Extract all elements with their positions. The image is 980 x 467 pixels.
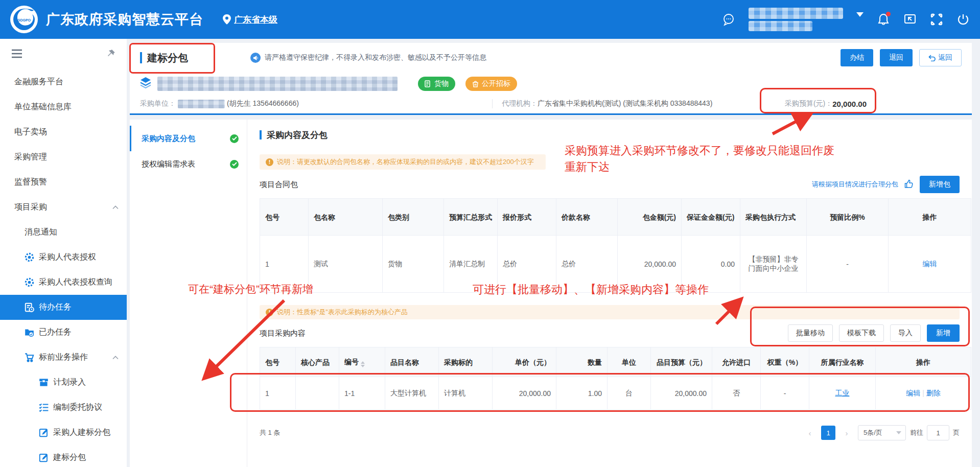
fullscreen-icon[interactable] — [930, 13, 943, 26]
pin-sidebar-icon[interactable] — [106, 49, 115, 60]
page-header-card: 建标分包 请严格遵守保密纪律，不得录入和发布涉密、敏感以及不予公开等信息 办结 … — [130, 43, 972, 115]
next-page-button[interactable]: › — [839, 426, 854, 440]
sidebar-item-plan-entry[interactable]: 计划录入 — [0, 370, 127, 395]
page-title: 建标分包 — [140, 51, 188, 65]
delete-item-link[interactable]: 删除 — [926, 389, 941, 397]
top-header-bar: GDGPO 广东政府采购智慧云平台 广东省本级 — [0, 0, 980, 39]
location-pin-icon — [223, 14, 231, 25]
reject-button[interactable]: 退回 — [880, 49, 913, 66]
sidebar-item-done-tasks[interactable]: 已办任务 — [0, 320, 127, 345]
current-page-button[interactable]: 1 — [821, 426, 835, 440]
tab-procurement-content[interactable]: 采购内容及分包 — [130, 126, 247, 151]
budget-label: 采购预算(元)： — [785, 99, 832, 108]
secrecy-notice: 请严格遵守保密纪律，不得录入和发布涉密、敏感以及不予公开等信息 — [250, 53, 486, 63]
page-size-select[interactable]: 5条/页 — [858, 425, 906, 440]
screen-share-icon[interactable] — [903, 13, 917, 26]
tab-panel: 采购内容及分包 ! 说明：请更改默认的合同包名称，名称应体现采购的目的或内容，建… — [247, 120, 972, 467]
industry-link[interactable]: 工业 — [835, 389, 850, 397]
check-circle-icon — [230, 134, 239, 143]
thumbs-up-icon — [904, 179, 914, 190]
region-name: 广东省本级 — [234, 14, 277, 26]
batch-move-button[interactable]: 批量移动 — [788, 324, 833, 342]
user-menu-caret-icon[interactable] — [856, 12, 864, 17]
cart-icon — [25, 353, 34, 362]
region-selector[interactable]: 广东省本级 — [223, 14, 277, 26]
check-circle-icon — [230, 160, 239, 169]
contract-package-title: 项目合同包 — [260, 180, 298, 190]
purchaser-name-redacted — [178, 100, 225, 108]
sidebar-item-e-marketplace[interactable]: 电子卖场 — [0, 120, 127, 145]
table-row: 1 1-1 大型计算机 计算机 20,000.00 1.00 台 20,000.… — [260, 377, 971, 410]
goods-doc-icon — [425, 80, 431, 87]
sidebar-item-bid-split[interactable]: 建标分包 — [0, 445, 127, 467]
core-product-note: ! 说明：性质标“是”表示此采购标的为核心产品 — [260, 305, 960, 319]
sort-icon[interactable] — [361, 361, 365, 367]
sidebar-item-supervision-warning[interactable]: 监督预警 — [0, 170, 127, 195]
add-package-button[interactable]: 新增包 — [920, 176, 960, 193]
logout-power-icon[interactable] — [956, 13, 970, 26]
prev-page-button[interactable]: ‹ — [803, 426, 817, 440]
agency-value: 广东省集中采购机构(测试) (测试集采机构 0338488443) — [538, 99, 712, 108]
sidebar-item-todo-tasks[interactable]: 待办任务 — [0, 295, 127, 320]
notification-bell-icon[interactable] — [877, 13, 890, 26]
sidebar-item-rep-authorization[interactable]: 采购人代表授权 — [0, 245, 127, 270]
archive-box-icon — [39, 378, 49, 387]
edit-item-link[interactable]: 编辑 — [906, 389, 920, 397]
agency-label: 代理机构： — [502, 99, 538, 108]
procurement-content-table: 包号 核心产品 编号 品目名称 采购标的 单价（元） 数量 单位 品目预算（元）… — [260, 347, 971, 410]
procurement-method-badge: 公开招标 — [465, 77, 517, 91]
info-icon: ! — [266, 158, 273, 166]
chevron-up-icon — [112, 356, 119, 360]
gear-icon — [25, 252, 34, 262]
layers-icon — [140, 77, 151, 90]
sidebar-item-procurement-mgmt[interactable]: 采购管理 — [0, 145, 127, 170]
budget-value: 20,000.00 — [832, 100, 867, 108]
sidebar-item-pre-bid-operations[interactable]: 标前业务操作 — [0, 345, 127, 370]
edit-package-link[interactable]: 编辑 — [923, 260, 937, 268]
step-tabs: 采购内容及分包 授权编辑需求表 — [130, 120, 247, 467]
pagination-bar: 共 1 条 ‹ 1 › 5条/页 前往 页 — [260, 424, 960, 441]
user-name-redacted[interactable] — [749, 8, 843, 31]
app-window: GDGPO 广东政府采购智慧云平台 广东省本级 — [0, 0, 980, 467]
content-card: 采购内容及分包 授权编辑需求表 采购内容及分包 ! 说明：请更改默认的合同包名称… — [130, 120, 972, 467]
gdgpo-logo: GDGPO — [10, 6, 38, 33]
platform-title: 广东政府采购智慧云平台 — [46, 10, 203, 29]
sidebar-item-message-notice[interactable]: 消息通知 — [0, 220, 127, 245]
notification-dot — [886, 12, 891, 16]
sidebar-item-financial-platform[interactable]: 金融服务平台 — [0, 69, 127, 95]
sidebar-item-purchaser-bid-split[interactable]: 采购人建标分包 — [0, 420, 127, 445]
sidebar-item-entrust-agreement[interactable]: 编制委托协议 — [0, 395, 127, 420]
add-content-button[interactable]: 新增 — [927, 324, 960, 342]
contract-package-note: ! 说明：请更改默认的合同包名称，名称应体现采购的目的或内容，建议不超过200个… — [260, 154, 546, 170]
sidebar-item-project-procurement[interactable]: 项目采购 — [0, 195, 127, 220]
contract-package-table: 包号 包名称 包类别 预算汇总形式 报价形式 价款名称 包金额(元) 保证金金额… — [260, 198, 971, 293]
chevron-up-icon — [112, 205, 119, 209]
svg-text:GDGPO: GDGPO — [17, 18, 31, 22]
sidebar-nav: 金融服务平台 单位基础信息库 电子卖场 采购管理 监督预警 项目采购 消息通知 … — [0, 39, 127, 467]
sidebar-item-rep-authorization-query[interactable]: 采购人代表授权查询 — [0, 270, 127, 295]
finish-button[interactable]: 办结 — [841, 49, 873, 66]
checklist-icon — [39, 403, 49, 412]
back-button[interactable]: 返回 — [919, 49, 962, 66]
project-type-badge: 货物 — [418, 77, 455, 91]
collapse-menu-icon[interactable] — [11, 49, 22, 60]
table-header-row: 包号 包名称 包类别 预算汇总形式 报价形式 价款名称 包金额(元) 保证金金额… — [260, 199, 971, 236]
split-hint-link[interactable]: 请根据项目情况进行合理分包 — [812, 180, 898, 189]
import-button[interactable]: 导入 — [890, 324, 921, 342]
return-arrow-icon — [928, 55, 936, 61]
open-tender-icon — [472, 80, 479, 87]
purchaser-label: 采购单位： — [140, 99, 176, 108]
section-title: 采购内容及分包 — [260, 128, 960, 142]
tab-requirement-form[interactable]: 授权编辑需求表 — [130, 151, 247, 177]
table-header-row: 包号 核心产品 编号 品目名称 采购标的 单价（元） 数量 单位 品目预算（元）… — [260, 347, 971, 377]
folder-check-icon — [25, 328, 34, 337]
goto-page-input[interactable] — [927, 425, 949, 440]
announcement-icon — [250, 53, 261, 63]
sidebar-item-unit-info-base[interactable]: 单位基础信息库 — [0, 95, 127, 120]
total-count: 共 1 条 — [260, 428, 280, 437]
message-bubble-icon[interactable] — [722, 13, 735, 26]
info-icon: ! — [266, 309, 273, 316]
template-download-button[interactable]: 模板下载 — [839, 324, 884, 342]
edit-square-icon — [39, 453, 49, 462]
page-unit-label: 页 — [953, 428, 960, 437]
